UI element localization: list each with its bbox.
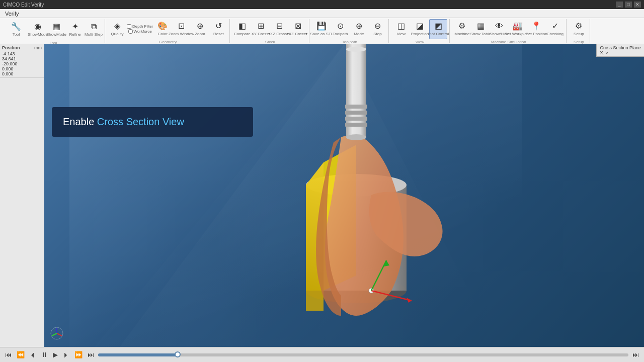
- svg-point-10: [346, 134, 366, 140]
- tool-button[interactable]: 🔧 Tool: [4, 19, 28, 40]
- timeline-track[interactable]: [98, 353, 628, 356]
- refine-button[interactable]: ✦ Refine: [66, 20, 84, 40]
- geometry-group-inner: ◈ Quality Depth Filter Workforce 🎨 Color…: [108, 19, 227, 39]
- compare-button[interactable]: ◧ Compare: [233, 19, 251, 39]
- end-button[interactable]: ⏭: [87, 351, 95, 358]
- svg-rect-14: [345, 123, 367, 127]
- pos-val-4: 0.000: [2, 66, 14, 71]
- checking-button[interactable]: ✓ Checking: [546, 19, 564, 39]
- step-back-button[interactable]: ⏴: [29, 351, 37, 358]
- multistep-button[interactable]: ⧉ Multi-Step: [85, 20, 103, 40]
- showmode-button[interactable]: ◉ ShowMode: [29, 20, 47, 40]
- reset-button[interactable]: ↺ Reset: [209, 19, 227, 39]
- cross-section-panel: Cross Section Plane X: >: [596, 44, 644, 57]
- timeline-fill: [98, 353, 178, 356]
- showmode2-button[interactable]: ▦ ShowMode: [47, 20, 65, 40]
- showmode-icon: ◉: [34, 23, 41, 31]
- showtable-button[interactable]: ▦ Show Table: [471, 19, 490, 39]
- stock-group-label: Stock: [233, 40, 307, 44]
- svg-point-9: [346, 47, 366, 52]
- titlebar: CIMCO Edit Verify _ □ ✕: [0, 0, 644, 9]
- depthfilter-checkbox[interactable]: [127, 24, 131, 29]
- position-section: Position mm -4.143 34.641 -20.000 0.000 …: [0, 44, 44, 78]
- showhide-icon: 👁: [495, 22, 503, 30]
- tool-group-inner: 🔧 Tool ◉ ShowMode ▦ ShowMode ✦ Refine ⧉ …: [4, 19, 103, 40]
- position-row-1: -4.143: [2, 51, 42, 56]
- 3d-viewport[interactable]: Enable Cross Section View Cross Section …: [44, 44, 644, 347]
- xzcross2-icon: ⊠: [295, 22, 301, 30]
- toolpath-icon: ⊙: [337, 22, 344, 30]
- toolbar-group-machine: ⚙ Machine ▦ Show Table 👁 Show/Hide 🏭 Set…: [451, 19, 567, 43]
- titlebar-controls: _ □ ✕: [616, 2, 641, 8]
- app-title: CIMCO Edit Verify: [3, 2, 44, 8]
- play-button[interactable]: ▶: [52, 351, 59, 358]
- toolpath-button[interactable]: ⊙ Toolpath: [331, 19, 349, 39]
- maximize-button[interactable]: □: [625, 2, 632, 8]
- left-panel: Position mm -4.143 34.641 -20.000 0.000 …: [0, 44, 44, 347]
- rewind-button[interactable]: ⏮: [4, 351, 13, 358]
- view-button[interactable]: ◫ View: [392, 19, 410, 39]
- xycross-icon: ⊞: [258, 22, 264, 30]
- zoomwindow-button[interactable]: ⊡ Zoom Window: [172, 19, 190, 39]
- mode-button[interactable]: ⊕ Mode: [350, 19, 368, 39]
- machine-group-label: Machine Simulation: [453, 40, 564, 44]
- machine-button[interactable]: ⚙ Machine: [453, 19, 471, 39]
- toolbar-group-toolpath: 💾 Save as STL ⊙ Toolpath ⊕ Mode ⊖ Stop T…: [310, 19, 389, 43]
- stop-button[interactable]: ⊖ Stop: [368, 19, 386, 39]
- minimize-button[interactable]: _: [616, 2, 623, 8]
- setposition-button[interactable]: 📍 Set Position: [527, 19, 545, 39]
- plotcontrol-button[interactable]: ◩ Plot Control: [429, 19, 447, 39]
- xzcross-icon: ⊟: [276, 22, 283, 30]
- timeline-end-button[interactable]: ⏭: [631, 351, 640, 358]
- svg-line-22: [52, 333, 57, 336]
- coord-indicator: [49, 326, 64, 341]
- pos-val-2: 34.641: [2, 56, 16, 61]
- tooltip-highlight: Cross Section View: [97, 116, 184, 127]
- toolbar-group-stock: ◧ Compare ⊞ XY Cross▾ ⊟ XZ Cross▾ ⊠ XZ C…: [231, 19, 309, 43]
- toolbar-group-setup: ⚙ Setup Setup: [568, 19, 590, 43]
- view-group-inner: ◫ View ◪ Projection ◩ Plot Control: [392, 19, 447, 39]
- menubar: Verify: [0, 9, 644, 18]
- step-fwd-button[interactable]: ⏵: [62, 351, 70, 358]
- position-row-5: 0.000: [2, 71, 42, 76]
- setworkplace-button[interactable]: 🏭 Set Workplace: [509, 19, 527, 39]
- saveasstl-button[interactable]: 💾 Save as STL: [312, 19, 331, 39]
- setup-group-label: Setup: [570, 40, 588, 44]
- toolpath-group-label: Toolpath: [312, 40, 386, 44]
- zoom-button[interactable]: ⊕ Zoom: [191, 19, 209, 39]
- view-icon: ◫: [397, 22, 405, 30]
- pos-val-3: -20.000: [2, 61, 18, 66]
- position-row-2: 34.641: [2, 56, 42, 61]
- projection-button[interactable]: ◪ Projection: [411, 19, 429, 39]
- cross-section-sub: X: >: [600, 50, 641, 55]
- svg-rect-12: [345, 111, 367, 115]
- next-button[interactable]: ⏩: [73, 351, 84, 358]
- xycross-button[interactable]: ⊞ XY Cross▾: [252, 19, 270, 39]
- projection-icon: ◪: [416, 22, 424, 30]
- setworkplace-icon: 🏭: [513, 22, 523, 30]
- setposition-icon: 📍: [531, 22, 541, 30]
- tool-icon: 🔧: [11, 23, 21, 31]
- quality-button[interactable]: ◈ Quality: [108, 19, 126, 39]
- showtable-icon: ▦: [477, 22, 485, 30]
- cross-section-label: Cross Section Plane: [600, 45, 641, 50]
- showhide-button[interactable]: 👁 Show/Hide: [490, 19, 508, 39]
- tool-group-label: Tool: [4, 41, 103, 45]
- svg-rect-11: [345, 105, 367, 109]
- close-button[interactable]: ✕: [634, 2, 641, 8]
- prev-button[interactable]: ⏪: [16, 351, 26, 358]
- mode-icon: ⊕: [356, 22, 362, 30]
- view-group-label: View: [392, 40, 447, 44]
- toolpath-group-inner: 💾 Save as STL ⊙ Toolpath ⊕ Mode ⊖ Stop: [312, 19, 386, 39]
- setup-button[interactable]: ⚙ Setup: [570, 19, 588, 39]
- color-button[interactable]: 🎨 Color: [153, 19, 172, 39]
- tooltip-prefix: Enable: [63, 116, 97, 127]
- xzcross-button[interactable]: ⊟ XZ Cross▾: [270, 19, 288, 39]
- workforce-checkbox[interactable]: [128, 29, 133, 34]
- toolbar-group-tool: 🔧 Tool ◉ ShowMode ▦ ShowMode ✦ Refine ⧉ …: [2, 19, 105, 43]
- toolbar: 🔧 Tool ◉ ShowMode ▦ ShowMode ✦ Refine ⧉ …: [0, 18, 644, 44]
- xzcross2-button[interactable]: ⊠ XZ Cross▾: [289, 19, 307, 39]
- zoomwindow-icon: ⊡: [178, 22, 185, 30]
- menu-verify[interactable]: Verify: [3, 11, 21, 17]
- pause-button[interactable]: ⏸: [40, 351, 49, 358]
